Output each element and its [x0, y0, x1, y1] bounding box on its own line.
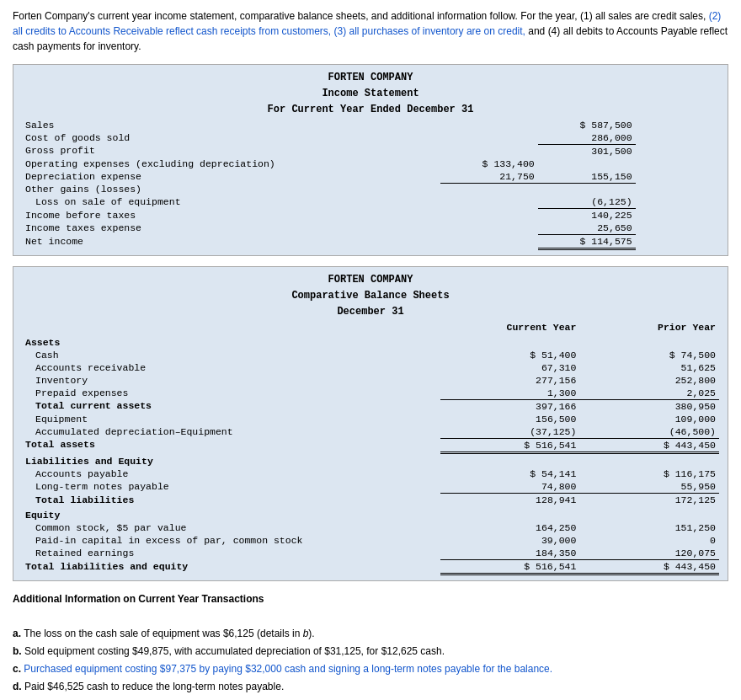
- row-cy: 184,350: [440, 547, 580, 560]
- row-value: $ 114,575: [538, 235, 636, 249]
- item-c-text: Purchased equipment costing $97,375 by p…: [24, 663, 552, 675]
- additional-item-a: a. The loss on the cash sale of equipmen…: [13, 626, 728, 642]
- row-col1: [343, 131, 440, 145]
- row-col2: $ 133,400: [440, 158, 538, 170]
- balance-sheet-container: FORTEN COMPANY Comparative Balance Sheet…: [13, 266, 728, 581]
- row-cy: $ 516,541: [440, 438, 580, 452]
- assets-header: Assets: [22, 334, 440, 349]
- row-label: Income before taxes: [22, 209, 343, 222]
- equity-header: Equity: [22, 506, 440, 521]
- liab-equity-header-row: Liabilities and Equity: [22, 452, 719, 468]
- table-row: Sales $ 587,500: [22, 119, 719, 131]
- row-cy: 156,500: [440, 413, 580, 425]
- income-statement-title: FORTEN COMPANY Income Statement For Curr…: [22, 70, 719, 119]
- row-label: Gross profit: [22, 144, 343, 158]
- row-label: Loss on sale of equipment: [22, 195, 343, 209]
- row-label: Total liabilities: [22, 494, 440, 507]
- table-row: Prepaid expenses 1,300 2,025: [22, 387, 719, 400]
- row-col4: [636, 222, 719, 235]
- table-row: Common stock, $5 par value 164,250 151,2…: [22, 521, 719, 534]
- table-row: Total current assets 397,166 380,950: [22, 399, 719, 413]
- assets-header-row: Assets: [22, 334, 719, 349]
- row-label: Cost of goods sold: [22, 131, 343, 145]
- row-label: Accounts payable: [22, 468, 440, 480]
- row-col1: [343, 170, 440, 184]
- row-py: 2,025: [579, 387, 719, 400]
- row-label: Total assets: [22, 438, 440, 452]
- item-a-text: The loss on the cash sale of equipment w…: [24, 628, 315, 639]
- row-cy: $ 54,141: [440, 468, 580, 480]
- equity-py-empty: [579, 506, 719, 521]
- row-value: [538, 158, 636, 170]
- header-empty: [22, 321, 440, 334]
- row-col1: [343, 119, 440, 131]
- intro-paragraph: Forten Company's current year income sta…: [13, 8, 728, 54]
- row-col2: [440, 131, 538, 145]
- row-col4: [636, 195, 719, 209]
- row-label: Sales: [22, 119, 343, 131]
- row-col2: 21,750: [440, 170, 538, 184]
- item-b-letter: b.: [13, 645, 22, 657]
- row-col4: [636, 119, 719, 131]
- table-row: Loss on sale of equipment (6,125): [22, 195, 719, 209]
- liab-equity-header: Liabilities and Equity: [22, 452, 440, 468]
- income-statement-table: Sales $ 587,500 Cost of goods sold 286,0…: [22, 119, 719, 251]
- row-col1: [343, 158, 440, 170]
- row-label: Common stock, $5 par value: [22, 521, 440, 534]
- equity-cy-empty: [440, 506, 580, 521]
- row-py: 252,800: [579, 374, 719, 387]
- item-d-letter: d.: [13, 681, 22, 692]
- row-col2: [440, 144, 538, 158]
- liab-py-empty: [579, 452, 719, 468]
- row-label: Long-term notes payable: [22, 480, 440, 494]
- row-label: Total liabilities and equity: [22, 560, 440, 574]
- item-a-letter: a.: [13, 628, 21, 639]
- table-row: Income taxes expense 25,650: [22, 222, 719, 235]
- income-statement-container: FORTEN COMPANY Income Statement For Curr…: [13, 64, 728, 256]
- row-py: $ 443,450: [579, 560, 719, 574]
- table-row: Cash $ 51,400 $ 74,500: [22, 349, 719, 361]
- row-label: Prepaid expenses: [22, 387, 440, 400]
- equity-header-row: Equity: [22, 506, 719, 521]
- row-py: (46,500): [579, 425, 719, 439]
- row-col4: [636, 131, 719, 145]
- row-py: 51,625: [579, 361, 719, 374]
- row-label: Income taxes expense: [22, 222, 343, 235]
- row-cy: 397,166: [440, 399, 580, 413]
- row-col4: [636, 235, 719, 249]
- row-cy: 1,300: [440, 387, 580, 400]
- table-row: Retained earnings 184,350 120,075: [22, 547, 719, 560]
- row-label: Cash: [22, 349, 440, 361]
- row-cy: 67,310: [440, 361, 580, 374]
- row-col2: [440, 119, 538, 131]
- row-label: Net income: [22, 235, 343, 249]
- row-value: $ 587,500: [538, 119, 636, 131]
- row-py: 380,950: [579, 399, 719, 413]
- table-row: Cost of goods sold 286,000: [22, 131, 719, 145]
- row-label: Inventory: [22, 374, 440, 387]
- header-prior-year: Prior Year: [579, 321, 719, 334]
- row-py: $ 443,450: [579, 438, 719, 452]
- row-py: 109,000: [579, 413, 719, 425]
- row-value: 25,650: [538, 222, 636, 235]
- table-row: Depreciation expense 21,750 155,150: [22, 170, 719, 184]
- row-cy: 128,941: [440, 494, 580, 507]
- row-col4: [636, 144, 719, 158]
- row-col1: [343, 222, 440, 235]
- row-col2: [440, 195, 538, 209]
- header-cy-empty: [440, 334, 580, 349]
- item-c-letter: c.: [13, 663, 21, 675]
- row-col1: [343, 235, 440, 249]
- row-value: (6,125): [538, 195, 636, 209]
- row-col2: [440, 222, 538, 235]
- additional-item-c: c. Purchased equipment costing $97,375 b…: [13, 661, 728, 677]
- table-row: Gross profit 301,500: [22, 144, 719, 158]
- row-label: Paid-in capital in excess of par, common…: [22, 534, 440, 547]
- row-label: Accounts receivable: [22, 361, 440, 374]
- row-col2: [440, 235, 538, 249]
- row-label: Depreciation expense: [22, 170, 343, 184]
- row-cy: (37,125): [440, 425, 580, 439]
- intro-blue-text: (2) all credits to Accounts Receivable r…: [13, 10, 721, 37]
- row-value: 140,225: [538, 209, 636, 222]
- row-cy: 74,800: [440, 480, 580, 494]
